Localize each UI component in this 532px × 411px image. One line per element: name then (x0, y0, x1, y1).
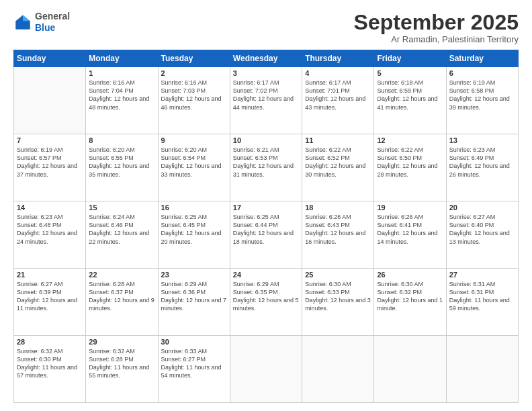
day-number: 11 (305, 136, 371, 144)
day-number: 2 (161, 69, 227, 77)
cell-info: Sunrise: 6:27 AM Sunset: 6:39 PM Dayligh… (17, 280, 83, 313)
day-number: 22 (89, 271, 154, 279)
cell-info: Sunrise: 6:32 AM Sunset: 6:30 PM Dayligh… (17, 347, 83, 380)
table-row: 1Sunrise: 6:16 AM Sunset: 7:04 PM Daylig… (86, 67, 158, 134)
calendar-week-row: 1Sunrise: 6:16 AM Sunset: 7:04 PM Daylig… (14, 67, 519, 134)
table-row: 24Sunrise: 6:29 AM Sunset: 6:35 PM Dayli… (230, 269, 302, 336)
table-row: 19Sunrise: 6:26 AM Sunset: 6:41 PM Dayli… (374, 201, 446, 269)
day-number: 5 (377, 69, 443, 77)
cell-info: Sunrise: 6:19 AM Sunset: 6:58 PM Dayligh… (449, 79, 515, 111)
day-number: 21 (17, 271, 83, 279)
table-row: 13Sunrise: 6:23 AM Sunset: 6:49 PM Dayli… (446, 134, 518, 201)
day-number: 1 (89, 69, 154, 77)
cell-info: Sunrise: 6:20 AM Sunset: 6:55 PM Dayligh… (89, 146, 154, 179)
table-row: 28Sunrise: 6:32 AM Sunset: 6:30 PM Dayli… (14, 336, 86, 403)
cell-info: Sunrise: 6:18 AM Sunset: 6:59 PM Dayligh… (377, 79, 443, 111)
table-row: 4Sunrise: 6:17 AM Sunset: 7:01 PM Daylig… (302, 67, 374, 134)
cell-info: Sunrise: 6:27 AM Sunset: 6:40 PM Dayligh… (449, 213, 515, 246)
day-number: 24 (233, 271, 299, 279)
table-row: 2Sunrise: 6:16 AM Sunset: 7:03 PM Daylig… (158, 67, 230, 134)
day-number: 9 (161, 136, 227, 144)
cell-info: Sunrise: 6:23 AM Sunset: 6:49 PM Dayligh… (449, 146, 515, 179)
day-number: 30 (161, 338, 227, 346)
day-number: 18 (305, 203, 371, 212)
table-row (302, 336, 374, 403)
day-number: 14 (17, 203, 83, 212)
table-row (230, 336, 302, 403)
header: General Blue September 2025 Ar Ramadin, … (13, 11, 519, 44)
table-row (446, 336, 518, 403)
table-row (14, 67, 86, 134)
cell-info: Sunrise: 6:32 AM Sunset: 6:28 PM Dayligh… (89, 347, 154, 380)
cell-info: Sunrise: 6:20 AM Sunset: 6:54 PM Dayligh… (161, 146, 227, 179)
table-row (374, 336, 446, 403)
col-friday: Friday (374, 50, 446, 67)
table-row: 15Sunrise: 6:24 AM Sunset: 6:46 PM Dayli… (86, 201, 158, 269)
table-row: 5Sunrise: 6:18 AM Sunset: 6:59 PM Daylig… (374, 67, 446, 134)
day-number: 19 (377, 203, 443, 212)
cell-info: Sunrise: 6:25 AM Sunset: 6:44 PM Dayligh… (233, 213, 299, 246)
table-row: 20Sunrise: 6:27 AM Sunset: 6:40 PM Dayli… (446, 201, 518, 269)
table-row: 30Sunrise: 6:33 AM Sunset: 6:27 PM Dayli… (158, 336, 230, 403)
table-row: 22Sunrise: 6:28 AM Sunset: 6:37 PM Dayli… (86, 269, 158, 336)
cell-info: Sunrise: 6:26 AM Sunset: 6:41 PM Dayligh… (377, 213, 443, 246)
cell-info: Sunrise: 6:23 AM Sunset: 6:48 PM Dayligh… (17, 213, 83, 246)
logo: General Blue (13, 11, 70, 34)
day-number: 29 (89, 338, 154, 346)
cell-info: Sunrise: 6:29 AM Sunset: 6:35 PM Dayligh… (233, 280, 299, 313)
title-block: September 2025 Ar Ramadin, Palestinian T… (354, 11, 519, 44)
col-wednesday: Wednesday (230, 50, 302, 67)
calendar-week-row: 14Sunrise: 6:23 AM Sunset: 6:48 PM Dayli… (14, 201, 519, 269)
table-row: 12Sunrise: 6:22 AM Sunset: 6:50 PM Dayli… (374, 134, 446, 201)
col-thursday: Thursday (302, 50, 374, 67)
day-number: 10 (233, 136, 299, 144)
day-number: 12 (377, 136, 443, 144)
table-row: 8Sunrise: 6:20 AM Sunset: 6:55 PM Daylig… (86, 134, 158, 201)
calendar-week-row: 7Sunrise: 6:19 AM Sunset: 6:57 PM Daylig… (14, 134, 519, 201)
page: General Blue September 2025 Ar Ramadin, … (0, 0, 532, 411)
cell-info: Sunrise: 6:26 AM Sunset: 6:43 PM Dayligh… (305, 213, 371, 246)
cell-info: Sunrise: 6:17 AM Sunset: 7:02 PM Dayligh… (233, 79, 299, 111)
month-title: September 2025 (354, 11, 519, 34)
calendar-header-row: Sunday Monday Tuesday Wednesday Thursday… (14, 50, 519, 67)
day-number: 8 (89, 136, 154, 144)
day-number: 20 (449, 203, 515, 212)
day-number: 6 (449, 69, 515, 77)
cell-info: Sunrise: 6:21 AM Sunset: 6:53 PM Dayligh… (233, 146, 299, 179)
day-number: 13 (449, 136, 515, 144)
day-number: 16 (161, 203, 227, 212)
logo-icon (13, 13, 32, 32)
cell-info: Sunrise: 6:31 AM Sunset: 6:31 PM Dayligh… (449, 280, 515, 313)
day-number: 17 (233, 203, 299, 212)
logo-blue: Blue (35, 22, 70, 34)
calendar-week-row: 28Sunrise: 6:32 AM Sunset: 6:30 PM Dayli… (14, 336, 519, 403)
table-row: 18Sunrise: 6:26 AM Sunset: 6:43 PM Dayli… (302, 201, 374, 269)
location-subtitle: Ar Ramadin, Palestinian Territory (354, 34, 519, 44)
table-row: 21Sunrise: 6:27 AM Sunset: 6:39 PM Dayli… (14, 269, 86, 336)
table-row: 3Sunrise: 6:17 AM Sunset: 7:02 PM Daylig… (230, 67, 302, 134)
cell-info: Sunrise: 6:19 AM Sunset: 6:57 PM Dayligh… (17, 146, 83, 179)
logo-general: General (35, 11, 70, 22)
table-row: 14Sunrise: 6:23 AM Sunset: 6:48 PM Dayli… (14, 201, 86, 269)
table-row: 23Sunrise: 6:29 AM Sunset: 6:36 PM Dayli… (158, 269, 230, 336)
day-number: 4 (305, 69, 371, 77)
table-row: 25Sunrise: 6:30 AM Sunset: 6:33 PM Dayli… (302, 269, 374, 336)
cell-info: Sunrise: 6:29 AM Sunset: 6:36 PM Dayligh… (161, 280, 227, 313)
day-number: 25 (305, 271, 371, 279)
table-row: 26Sunrise: 6:30 AM Sunset: 6:32 PM Dayli… (374, 269, 446, 336)
cell-info: Sunrise: 6:25 AM Sunset: 6:45 PM Dayligh… (161, 213, 227, 246)
cell-info: Sunrise: 6:30 AM Sunset: 6:33 PM Dayligh… (305, 280, 371, 313)
day-number: 26 (377, 271, 443, 279)
col-sunday: Sunday (14, 50, 86, 67)
table-row: 11Sunrise: 6:22 AM Sunset: 6:52 PM Dayli… (302, 134, 374, 201)
cell-info: Sunrise: 6:33 AM Sunset: 6:27 PM Dayligh… (161, 347, 227, 380)
cell-info: Sunrise: 6:30 AM Sunset: 6:32 PM Dayligh… (377, 280, 443, 313)
day-number: 15 (89, 203, 154, 212)
day-number: 7 (17, 136, 83, 144)
table-row: 9Sunrise: 6:20 AM Sunset: 6:54 PM Daylig… (158, 134, 230, 201)
cell-info: Sunrise: 6:24 AM Sunset: 6:46 PM Dayligh… (89, 213, 154, 246)
svg-marker-1 (23, 15, 30, 21)
table-row: 17Sunrise: 6:25 AM Sunset: 6:44 PM Dayli… (230, 201, 302, 269)
table-row: 29Sunrise: 6:32 AM Sunset: 6:28 PM Dayli… (86, 336, 158, 403)
table-row: 10Sunrise: 6:21 AM Sunset: 6:53 PM Dayli… (230, 134, 302, 201)
